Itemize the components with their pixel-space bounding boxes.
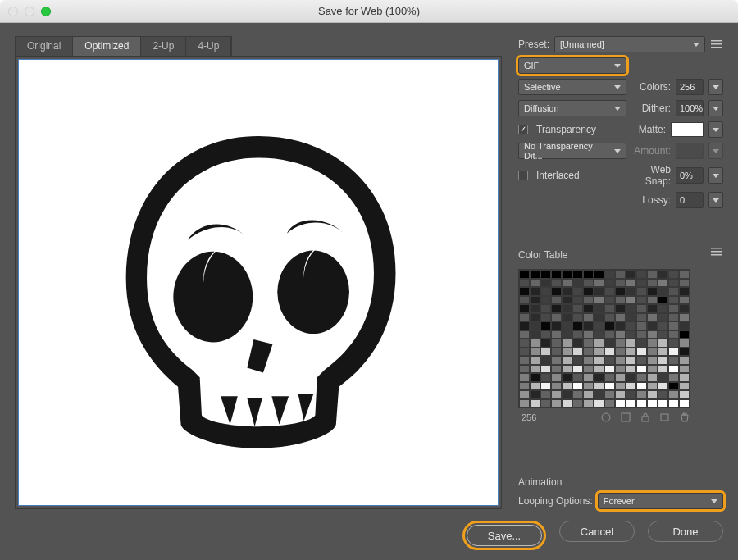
amount-label: Amount: [631,145,671,157]
close-window-button[interactable] [8,7,18,16]
dither-field[interactable]: 100% [676,100,704,116]
titlebar: Save for Web (100%) [0,0,738,23]
svg-point-8 [602,413,610,421]
websnap-field[interactable]: 0% [676,167,704,184]
svg-rect-10 [642,417,649,421]
shift-websafe-icon[interactable] [620,412,631,423]
colors-stepper[interactable] [708,79,723,95]
new-color-icon[interactable] [659,412,671,423]
dither-stepper[interactable] [708,100,723,116]
interlaced-checkbox[interactable] [518,171,528,180]
svg-rect-11 [661,414,668,421]
preset-select[interactable]: [Unnamed] [554,36,705,52]
color-table-label: Color Table [518,249,567,261]
settings-panel: Preset: [Unnamed] GIF Selective Colors: … [518,36,723,509]
preview-column: Original Optimized 2-Up 4-Up [15,36,502,509]
window-title: Save for Web (100%) [0,5,738,17]
maximize-window-button[interactable] [41,7,51,16]
tab-optimized[interactable]: Optimized [73,37,141,56]
lock-color-icon[interactable] [640,412,651,423]
delete-color-icon[interactable] [679,412,690,423]
amount-stepper [708,143,723,159]
looping-select[interactable]: Forever [598,493,723,509]
svg-rect-7 [711,254,722,256]
svg-rect-3 [711,43,722,45]
svg-rect-2 [711,40,722,42]
lossy-stepper[interactable] [708,192,723,208]
map-transparent-icon[interactable] [600,412,612,423]
transparency-label: Transparency [536,124,628,135]
svg-point-1 [277,250,349,334]
save-button[interactable]: Save... [467,525,542,546]
svg-rect-5 [711,248,722,249]
color-count: 256 [522,412,536,422]
lossy-field[interactable]: 0 [676,192,704,208]
format-select[interactable]: GIF [518,57,626,74]
svg-point-0 [173,251,253,342]
looping-label: Looping Options: [518,495,593,507]
animation-label: Animation [518,476,723,488]
transparency-checkbox[interactable] [518,125,528,134]
svg-rect-6 [711,251,722,253]
color-reduction-select[interactable]: Selective [518,79,626,95]
websnap-stepper[interactable] [708,167,723,184]
tab-4up[interactable]: 4-Up [186,37,231,56]
matte-picker[interactable] [708,121,723,138]
done-button[interactable]: Done [648,521,723,542]
svg-rect-4 [711,47,722,48]
preset-label: Preset: [518,39,549,50]
save-highlight: Save... [462,521,546,550]
colors-label: Colors: [631,81,671,93]
colors-field[interactable]: 256 [676,79,704,95]
matte-label: Matte: [633,124,666,135]
tab-2up[interactable]: 2-Up [141,37,186,56]
traffic-lights [8,7,51,16]
dialog-footer: Save... Cancel Done [15,509,723,550]
transparency-dither-select[interactable]: No Transparency Dit... [518,143,626,159]
color-table-wrap: 256 [518,269,723,423]
color-table-flyout-icon[interactable] [710,245,723,258]
dither-label: Dither: [631,102,671,114]
image-preview[interactable] [19,60,498,505]
matte-swatch[interactable] [671,122,704,137]
svg-rect-9 [622,413,630,421]
preset-flyout-icon[interactable] [710,38,723,51]
cancel-button[interactable]: Cancel [559,521,635,542]
skull-artwork [55,93,462,472]
color-table-grid[interactable] [518,269,690,408]
amount-field [676,143,704,159]
interlaced-label: Interlaced [536,170,628,181]
dialog-body: Original Optimized 2-Up 4-Up [0,23,738,560]
lossy-label: Lossy: [631,194,671,206]
tab-original[interactable]: Original [16,37,73,56]
view-tabs: Original Optimized 2-Up 4-Up [15,36,232,56]
preview-frame [15,56,502,509]
dither-method-select[interactable]: Diffusion [518,100,626,116]
minimize-window-button[interactable] [25,7,34,16]
websnap-label: Web Snap: [633,164,671,187]
